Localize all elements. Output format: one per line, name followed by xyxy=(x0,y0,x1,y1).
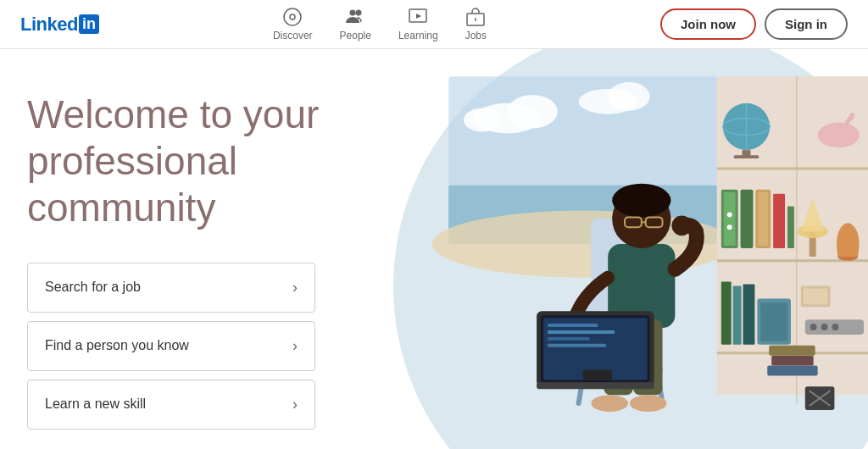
svg-point-11 xyxy=(464,108,501,132)
svg-point-68 xyxy=(671,215,692,236)
svg-point-30 xyxy=(727,224,732,230)
svg-rect-35 xyxy=(787,207,794,248)
svg-rect-80 xyxy=(537,382,654,389)
action-search-job[interactable]: Search for a job › xyxy=(27,263,315,313)
svg-rect-52 xyxy=(771,356,813,366)
svg-rect-25 xyxy=(734,155,760,158)
svg-rect-51 xyxy=(767,366,817,376)
nav-item-learning[interactable]: Learning xyxy=(387,7,450,42)
people-icon xyxy=(345,7,365,27)
svg-rect-34 xyxy=(773,194,785,248)
linkedin-logo[interactable]: Linkedin xyxy=(20,14,99,36)
svg-rect-42 xyxy=(743,285,755,345)
action-learn-skill[interactable]: Learn a new skill › xyxy=(27,380,315,430)
svg-point-72 xyxy=(630,395,667,412)
jobs-icon xyxy=(465,7,486,27)
svg-rect-46 xyxy=(804,289,828,305)
logo-text: Linked xyxy=(20,14,78,36)
svg-point-48 xyxy=(810,324,817,330)
chevron-icon-0: › xyxy=(292,279,298,297)
svg-marker-5 xyxy=(416,14,421,19)
nav-item-jobs[interactable]: Jobs xyxy=(453,7,498,42)
nav-label-jobs: Jobs xyxy=(465,30,487,42)
action-list: Search for a job › Find a person you kno… xyxy=(27,263,315,438)
illustration-panel xyxy=(381,49,868,449)
chevron-icon-1: › xyxy=(292,337,298,355)
main-content: Welcome to your professional community S… xyxy=(0,49,868,449)
svg-point-64 xyxy=(612,184,670,218)
main-nav: Discover People Learning xyxy=(261,7,498,42)
learning-icon xyxy=(408,7,428,27)
svg-point-71 xyxy=(591,395,628,412)
action-find-person[interactable]: Find a person you know › xyxy=(27,321,315,371)
join-now-button[interactable]: Join now xyxy=(660,8,756,40)
discover-icon xyxy=(282,7,303,27)
svg-point-1 xyxy=(290,14,295,19)
logo-in: in xyxy=(79,14,99,34)
svg-point-0 xyxy=(284,8,301,25)
headline-line2: professional community xyxy=(27,139,237,230)
left-panel: Welcome to your professional community S… xyxy=(0,49,381,449)
svg-rect-33 xyxy=(758,192,768,246)
headline: Welcome to your professional community xyxy=(27,91,381,232)
hero-illustration xyxy=(381,49,868,449)
svg-point-26 xyxy=(818,123,860,148)
header: Linkedin Discover People xyxy=(0,0,868,49)
svg-rect-77 xyxy=(548,330,615,334)
svg-point-49 xyxy=(821,324,828,330)
svg-rect-40 xyxy=(721,282,732,345)
svg-point-3 xyxy=(356,10,362,16)
svg-rect-44 xyxy=(760,302,787,341)
svg-rect-79 xyxy=(548,344,606,347)
nav-label-discover: Discover xyxy=(273,30,313,42)
action-find-person-label: Find a person you know xyxy=(45,338,189,353)
svg-point-50 xyxy=(832,324,838,330)
svg-point-13 xyxy=(608,82,649,111)
svg-rect-31 xyxy=(741,190,754,248)
nav-item-people[interactable]: People xyxy=(328,7,383,42)
svg-rect-76 xyxy=(548,324,598,327)
svg-rect-41 xyxy=(733,286,742,345)
svg-point-29 xyxy=(727,212,732,217)
sign-in-button[interactable]: Sign in xyxy=(765,8,848,40)
headline-line1: Welcome to your xyxy=(27,92,319,136)
action-search-job-label: Search for a job xyxy=(45,280,141,295)
svg-point-2 xyxy=(350,10,356,16)
svg-rect-78 xyxy=(548,337,589,341)
svg-rect-81 xyxy=(583,370,613,380)
svg-rect-28 xyxy=(724,192,736,246)
chevron-icon-2: › xyxy=(292,396,298,413)
nav-buttons: Join now Sign in xyxy=(660,8,848,40)
nav-label-people: People xyxy=(340,30,371,42)
svg-point-10 xyxy=(507,95,557,129)
nav-label-learning: Learning xyxy=(398,30,438,42)
svg-rect-53 xyxy=(769,346,815,356)
nav-item-discover[interactable]: Discover xyxy=(261,7,325,42)
action-learn-skill-label: Learn a new skill xyxy=(45,396,146,412)
